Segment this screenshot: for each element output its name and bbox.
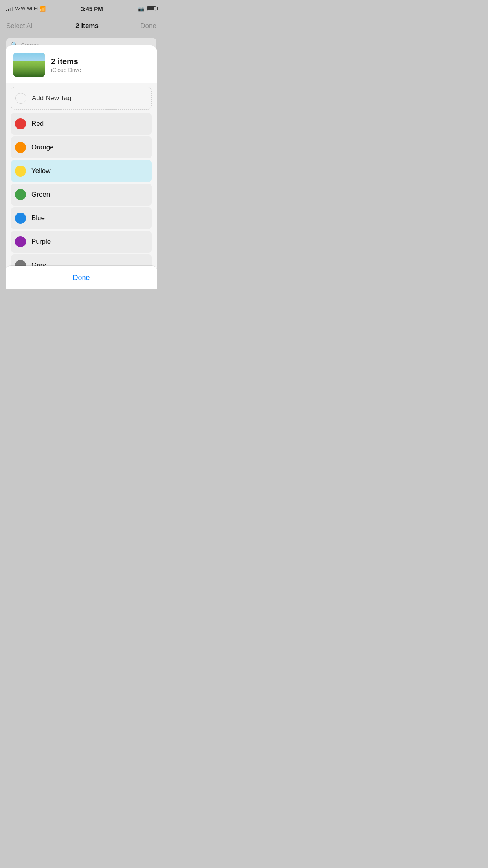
tag-label-purple: Purple [31, 238, 51, 246]
tag-label-blue: Blue [31, 214, 45, 222]
file-location: iCloud Drive [51, 67, 81, 73]
add-tag-circle [15, 93, 26, 104]
tag-row-purple[interactable]: Purple [11, 231, 152, 253]
tag-label-orange: Orange [31, 143, 54, 151]
add-new-tag-row[interactable]: Add New Tag [11, 87, 152, 110]
color-dot-purple [15, 236, 26, 247]
file-count: 2 items [51, 57, 81, 66]
tag-row-yellow[interactable]: Yellow [11, 160, 152, 182]
file-thumbnail [13, 53, 45, 77]
tag-label-yellow: Yellow [31, 167, 51, 175]
color-dot-blue [15, 213, 26, 224]
color-dot-yellow [15, 166, 26, 177]
modal-sheet: 2 items iCloud Drive Add New Tag Red Ora… [6, 45, 157, 289]
file-info: 2 items iCloud Drive [51, 57, 81, 73]
done-button[interactable]: Done [73, 274, 90, 282]
color-dot-green [15, 189, 26, 200]
tag-row-orange[interactable]: Orange [11, 136, 152, 158]
file-header: 2 items iCloud Drive [6, 45, 157, 83]
tag-row-blue[interactable]: Blue [11, 207, 152, 229]
color-dot-orange [15, 142, 26, 153]
tag-list: Add New Tag Red Orange Yellow Green B [6, 83, 157, 289]
tag-label-red: Red [31, 120, 44, 128]
done-button-container: Done [6, 266, 157, 289]
tag-label-green: Green [31, 191, 50, 199]
tag-row-green[interactable]: Green [11, 184, 152, 206]
modal-overlay: 2 items iCloud Drive Add New Tag Red Ora… [0, 0, 163, 289]
tag-row-red[interactable]: Red [11, 113, 152, 135]
color-dot-red [15, 118, 26, 129]
add-tag-label: Add New Tag [32, 94, 72, 102]
